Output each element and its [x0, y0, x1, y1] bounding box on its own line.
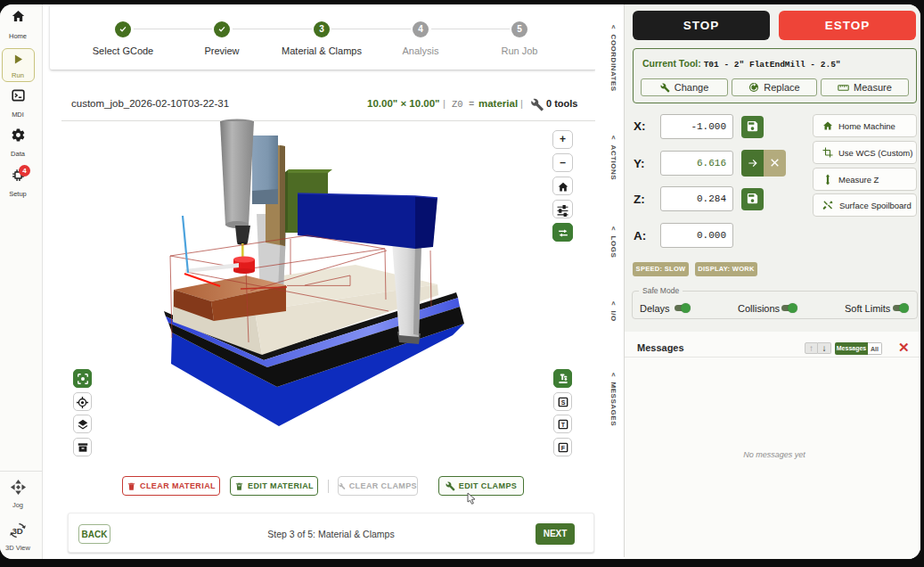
- svg-text:S: S: [560, 399, 565, 406]
- svg-text:F: F: [560, 445, 565, 451]
- svg-text:T: T: [560, 422, 565, 428]
